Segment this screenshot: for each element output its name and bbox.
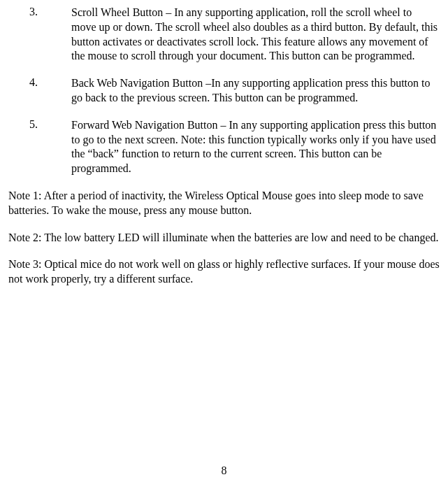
list-number: 5. [8,118,55,176]
list-text: Forward Web Navigation Button – In any s… [55,118,440,176]
list-item: 4. Back Web Navigation Button –In any su… [8,76,440,106]
list-text: Scroll Wheel Button – In any supporting … [55,6,440,64]
note-text: Note 1: After a period of inactivity, th… [8,189,440,218]
note-text: Note 2: The low battery LED will illumin… [8,231,440,245]
page-number: 8 [0,464,448,477]
list-text: Back Web Navigation Button –In any suppo… [55,76,440,106]
list-number: 3. [8,6,55,64]
list-number: 4. [8,76,55,106]
list-item: 3. Scroll Wheel Button – In any supporti… [8,6,440,64]
list-item: 5. Forward Web Navigation Button – In an… [8,118,440,176]
note-text: Note 3: Optical mice do not work well on… [8,257,440,287]
document-page: 3. Scroll Wheel Button – In any supporti… [0,0,448,287]
